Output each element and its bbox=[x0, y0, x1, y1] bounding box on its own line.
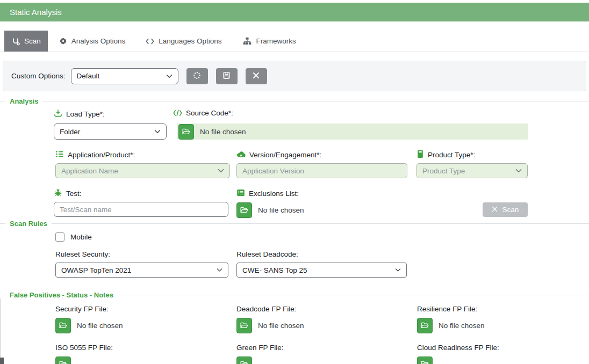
cloud-readiness-fp-label: Cloud Readiness FP File: bbox=[417, 344, 499, 352]
iso5055-fp-file-input[interactable] bbox=[55, 356, 71, 364]
source-code-file-input[interactable]: No file chosen bbox=[177, 123, 528, 140]
analysis-section: Analysis Load Type*: Folder Source Code*… bbox=[0, 97, 589, 220]
download-icon bbox=[54, 109, 62, 119]
custom-options-label: Custom Options: bbox=[11, 72, 66, 80]
tab-label: Scan bbox=[24, 37, 41, 45]
false-positives-legend: False Positives - Status - Notes bbox=[5, 291, 118, 299]
ruleset-security-value: OWASP TopTen 2021 bbox=[61, 266, 131, 274]
source-code-icon bbox=[173, 110, 182, 117]
security-fp-file-input[interactable]: No file chosen bbox=[55, 317, 123, 333]
list-alt-icon bbox=[236, 188, 245, 199]
test-input[interactable]: Test/Scan name bbox=[54, 202, 228, 217]
refresh-spinner-button[interactable] bbox=[186, 68, 208, 84]
source-code-label: Source Code*: bbox=[186, 109, 233, 117]
version-input[interactable]: Application Version bbox=[236, 163, 407, 178]
mobile-label: Mobile bbox=[70, 233, 92, 241]
folder-open-icon[interactable] bbox=[55, 356, 71, 364]
product-type-placeholder: Product Type bbox=[422, 167, 465, 175]
save-button[interactable] bbox=[216, 68, 238, 84]
load-type-value: Folder bbox=[60, 128, 80, 136]
ruleset-deadcode-label: Ruleset Deadcode: bbox=[236, 250, 298, 258]
resilience-fp-label: Resilience FP File: bbox=[417, 305, 477, 313]
load-type-select[interactable]: Folder bbox=[54, 123, 167, 140]
ruleset-deadcode-value: CWE- SANS Top 25 bbox=[242, 266, 307, 274]
spinner-icon bbox=[192, 71, 202, 82]
folder-open-icon[interactable] bbox=[417, 318, 433, 333]
folder-open-icon[interactable] bbox=[236, 202, 252, 218]
application-label-row: Application/Product*: bbox=[55, 150, 135, 160]
application-placeholder: Application Name bbox=[61, 167, 118, 175]
left-edge-line bbox=[0, 299, 1, 364]
ruleset-deadcode-select[interactable]: CWE- SANS Top 25 bbox=[236, 263, 407, 278]
test-label-row: Test: bbox=[54, 188, 82, 199]
product-type-select[interactable]: Product Type bbox=[416, 163, 528, 178]
test-placeholder: Test/Scan name bbox=[60, 206, 112, 214]
exclusions-file-input[interactable]: No file chosen bbox=[236, 202, 304, 218]
tab-scan[interactable]: Scan bbox=[4, 31, 48, 52]
tab-label: Languages Options bbox=[159, 37, 221, 45]
chevron-down-icon bbox=[395, 268, 401, 272]
tab-analysis-options[interactable]: Analysis Options bbox=[52, 31, 133, 52]
clear-button[interactable] bbox=[246, 68, 267, 84]
scan-rules-section: Scan Rules Mobile Ruleset Security: OWAS… bbox=[0, 220, 589, 291]
chevron-down-icon bbox=[218, 169, 224, 173]
version-label-row: Version/Engagement*: bbox=[236, 150, 321, 159]
product-type-label-row: Product Type*: bbox=[416, 150, 475, 160]
application-select[interactable]: Application Name bbox=[55, 163, 230, 178]
resilience-fp-file-input[interactable]: No file chosen bbox=[417, 317, 485, 333]
custom-options-value: Default bbox=[77, 72, 100, 80]
tab-label: Analysis Options bbox=[71, 37, 126, 45]
exclusions-label: Exclusions List: bbox=[249, 190, 299, 198]
deadcode-fp-file-input[interactable]: No file chosen bbox=[236, 317, 304, 333]
close-icon bbox=[492, 206, 498, 214]
close-icon bbox=[253, 72, 260, 81]
stethoscope-icon bbox=[11, 37, 20, 46]
security-fp-file-text: No file chosen bbox=[77, 322, 123, 330]
gear-icon bbox=[59, 37, 67, 45]
chevron-down-icon bbox=[166, 74, 173, 78]
source-code-file-text: No file chosen bbox=[200, 128, 246, 136]
folder-open-icon[interactable] bbox=[236, 318, 252, 333]
resilience-fp-file-text: No file chosen bbox=[439, 322, 485, 330]
load-type-label: Load Type*: bbox=[66, 110, 105, 118]
left-edge-artifact bbox=[0, 358, 4, 364]
green-fp-file-input[interactable] bbox=[236, 356, 252, 364]
cloud-readiness-fp-file-input[interactable] bbox=[417, 356, 433, 364]
tab-label: Frameworks bbox=[256, 37, 296, 45]
version-label: Version/Engagement*: bbox=[249, 151, 321, 159]
save-icon bbox=[222, 71, 231, 81]
test-label: Test: bbox=[66, 190, 82, 198]
product-type-label: Product Type*: bbox=[428, 151, 475, 159]
scan-button[interactable]: Scan bbox=[483, 202, 528, 217]
analysis-legend: Analysis bbox=[5, 97, 42, 105]
security-fp-label: Security FP File: bbox=[55, 305, 109, 313]
green-fp-label: Green FP File: bbox=[236, 344, 284, 352]
tab-frameworks[interactable]: Frameworks bbox=[236, 31, 303, 52]
scan-rules-legend: Scan Rules bbox=[5, 220, 52, 228]
tab-languages-options[interactable]: Languages Options bbox=[139, 31, 228, 52]
mobile-checkbox-row: Mobile bbox=[55, 232, 92, 242]
code-icon bbox=[146, 38, 154, 45]
folder-open-icon[interactable] bbox=[417, 356, 433, 364]
load-type-label-row: Load Type*: bbox=[54, 109, 105, 119]
folder-open-icon[interactable] bbox=[236, 356, 252, 364]
folder-open-icon[interactable] bbox=[55, 318, 71, 333]
deadcode-fp-label: Deadcode FP File: bbox=[236, 305, 297, 313]
false-positives-section: False Positives - Status - Notes Securit… bbox=[0, 291, 589, 359]
custom-options-select[interactable]: Default bbox=[71, 68, 178, 84]
exclusions-label-row: Exclusions List: bbox=[236, 188, 299, 199]
mobile-checkbox[interactable] bbox=[55, 232, 64, 242]
version-placeholder: Application Version bbox=[242, 167, 304, 175]
folder-open-icon[interactable] bbox=[178, 124, 194, 140]
scan-button-label: Scan bbox=[502, 206, 519, 214]
source-code-label-row: Source Code*: bbox=[173, 109, 233, 117]
sitemap-icon bbox=[243, 37, 252, 45]
book-icon bbox=[416, 150, 424, 160]
ruleset-security-label: Ruleset Security: bbox=[55, 250, 110, 258]
chevron-down-icon bbox=[515, 169, 522, 173]
application-label: Application/Product*: bbox=[68, 151, 135, 159]
iso5055-fp-label: ISO 5055 FP File: bbox=[55, 344, 113, 352]
ruleset-security-select[interactable]: OWASP TopTen 2021 bbox=[55, 263, 228, 278]
deadcode-fp-file-text: No file chosen bbox=[258, 322, 304, 330]
chevron-down-icon bbox=[217, 268, 222, 272]
